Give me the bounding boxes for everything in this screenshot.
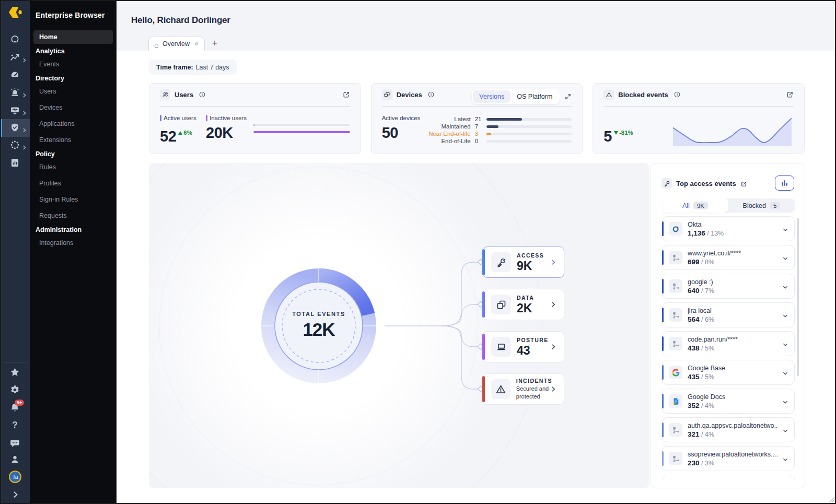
sidebar-item-integrations[interactable]: Integrations (30, 235, 117, 251)
event-name: Okta (688, 221, 724, 228)
incidents-node-card[interactable]: INCIDENTS Secured andprotected (483, 373, 564, 405)
sidebar-item-profiles[interactable]: Profiles (30, 175, 117, 192)
chevron-down-icon[interactable] (782, 427, 788, 433)
event-pct: 8% (705, 259, 714, 266)
device-row-value: 0 (475, 138, 486, 144)
row-text: jira local564 / 6% (688, 307, 714, 323)
sidebar-item-rules[interactable]: Rules (30, 159, 117, 175)
alerts-expand-chevron-icon[interactable] (22, 90, 27, 95)
chevron-down-icon[interactable] (782, 398, 788, 404)
warning-triangle-icon (603, 89, 614, 100)
tab-label: All (682, 202, 690, 209)
user-profile-icon[interactable] (9, 454, 20, 465)
access-event-row[interactable]: jira local564 / 6% (662, 302, 795, 327)
chevron-down-icon[interactable] (782, 369, 788, 376)
chat-icon[interactable] (9, 438, 20, 449)
data-node-card[interactable]: DATA 2K (483, 289, 564, 320)
users-external-link-icon[interactable] (342, 91, 350, 99)
access-event-row[interactable]: www.ynet.co.il/****699 / 8% (662, 245, 795, 270)
access-accent-bar (482, 249, 485, 275)
top-band: Hello, Richard Dorlinger Overview + (117, 0, 836, 51)
devices-expand-icon[interactable] (564, 93, 572, 100)
settings-gear-icon[interactable] (9, 384, 20, 395)
devices-expand-chevron-icon[interactable] (22, 108, 27, 113)
event-count: 1,136 (688, 229, 705, 237)
card-header: Users (160, 89, 350, 100)
users-info-icon[interactable] (199, 91, 206, 98)
user-avatar[interactable]: Ta (9, 471, 21, 483)
policy-expand-chevron-icon[interactable] (22, 125, 27, 130)
sidebar-item-users[interactable]: Users (30, 84, 117, 100)
access-event-row[interactable]: Google Base435 / 5% (662, 360, 795, 385)
brand-logo-icon[interactable] (7, 6, 23, 21)
chevron-down-icon[interactable] (782, 283, 788, 289)
tab-overview[interactable]: Overview (148, 37, 205, 51)
chevron-down-icon[interactable] (782, 312, 788, 318)
access-event-row[interactable]: code.pan.run/****438 / 5% (662, 331, 795, 356)
alerts-siren-icon[interactable] (9, 87, 20, 98)
event-stats: 435 / 5% (688, 373, 725, 381)
monitoring-icon[interactable] (9, 34, 20, 45)
panel-external-link-icon[interactable] (740, 180, 747, 187)
chevron-down-icon[interactable] (782, 341, 788, 347)
insights-gauge-icon[interactable] (9, 69, 20, 80)
toggle-versions[interactable]: Versions (473, 90, 510, 103)
analytics-icon[interactable] (9, 52, 20, 63)
desc-line: protected (516, 393, 540, 400)
toggle-os-platform[interactable]: OS Platform (510, 90, 559, 103)
chevron-down-icon[interactable] (782, 226, 788, 232)
access-event-row[interactable]: ssopreview.paloaltonetworks....230 / 3% (662, 446, 795, 471)
card-header: Blocked events (603, 89, 794, 100)
access-event-row[interactable]: auth.qa.appsvc.paloaltonetwo...321 / 4% (662, 417, 795, 442)
new-tab-button[interactable]: + (208, 37, 221, 50)
home-icon (154, 41, 159, 48)
sidebar-item-applications[interactable]: Applications (30, 116, 117, 132)
favorites-star-icon[interactable] (9, 367, 20, 378)
main-area: Hello, Richard Dorlinger Overview + Time… (117, 0, 836, 504)
sidebar-item-extensions[interactable]: Extensions (30, 132, 117, 148)
sidebar-item-events[interactable]: Events (30, 56, 117, 73)
active-users-label: Active users (164, 115, 196, 121)
devices-info-icon[interactable] (427, 91, 435, 98)
sidebar-item-requests[interactable]: Requests (30, 208, 117, 224)
access-event-row[interactable]: google :)640 / 7% (662, 274, 795, 299)
sidebar-item-devices[interactable]: Devices (30, 100, 117, 116)
card-body: Active devices 50 Latest 21 Maintained (382, 115, 572, 146)
pin-icon[interactable] (193, 40, 199, 48)
access-event-row[interactable]: Google Docs352 / 4% (662, 389, 795, 414)
sidebar-item-home[interactable]: Home (33, 30, 113, 44)
tab-all[interactable]: All 9K (662, 198, 728, 213)
extensions-expand-chevron-icon[interactable] (22, 143, 27, 147)
sidebar-item-signin-rules[interactable]: Sign-in Rules (30, 192, 117, 208)
event-stats: 352 / 4% (688, 402, 725, 409)
timeframe-chip[interactable]: Time frame: Last 7 days (149, 60, 237, 75)
tab-blocked[interactable]: Blocked 5 (728, 198, 795, 213)
blocked-events-info-icon[interactable] (674, 91, 681, 98)
analytics-expand-chevron-icon[interactable] (22, 55, 27, 60)
posture-node-card[interactable]: POSTURE 43 (483, 331, 564, 362)
chevron-down-icon[interactable] (782, 254, 788, 261)
chart-view-button[interactable] (775, 175, 794, 191)
access-event-row-partial[interactable] (662, 475, 795, 480)
policy-shield-icon[interactable] (9, 122, 20, 133)
panel-title: Top access events (676, 180, 736, 187)
event-count: 564 (688, 315, 700, 323)
extensions-dotted-circle-icon[interactable] (9, 139, 20, 150)
help-icon[interactable]: ? (9, 420, 20, 431)
reports-document-icon[interactable] (9, 157, 20, 168)
icon-rail: 9+ ? Ta (0, 0, 30, 504)
rail-collapse-chevron-icon[interactable] (11, 491, 19, 498)
device-bar-latest (486, 118, 522, 121)
event-name: www.ynet.co.il/**** (688, 250, 741, 257)
blocked-events-sparkline (673, 115, 792, 146)
window-resize-corner[interactable] (828, 496, 834, 502)
blocked-events-external-link-icon[interactable] (786, 91, 794, 99)
event-stats: 321 / 4% (688, 430, 777, 438)
access-event-row[interactable]: Okta1,136 / 13% (662, 216, 795, 241)
chevron-down-icon[interactable] (782, 455, 788, 462)
panel-scrollbar[interactable] (797, 218, 799, 376)
devices-view-toggle: Versions OS Platform (472, 89, 560, 104)
devices-monitor-icon[interactable] (9, 105, 20, 116)
stat-cards-row: Users Active users 526% (149, 83, 805, 154)
access-node-card[interactable]: ACCESS 9K (483, 247, 564, 278)
